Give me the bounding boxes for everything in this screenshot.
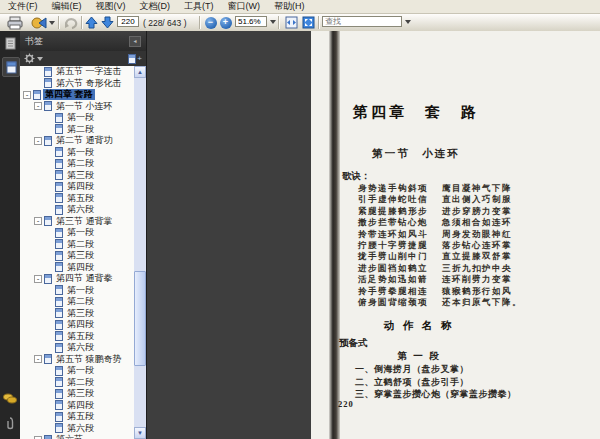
bookmark-item[interactable]: -第二段 (20, 377, 134, 389)
verse-line: 拎带连环如风斗 (358, 229, 442, 240)
bookmark-item[interactable]: -第六段 (20, 423, 134, 435)
nav-tab-pages[interactable] (2, 34, 18, 52)
bookmark-item[interactable]: -第三段 (20, 388, 134, 400)
expand-current-bookmark-button[interactable]: + (128, 54, 142, 64)
bookmark-page-icon (44, 78, 52, 88)
bookmark-item[interactable]: -第六段 (20, 342, 134, 354)
menu-help[interactable]: 帮助(H) (267, 0, 312, 14)
bookmark-item[interactable]: -第一段 (20, 227, 134, 239)
nav-tab-bookmarks[interactable] (2, 57, 20, 77)
options-button[interactable] (24, 53, 43, 64)
bookmark-item[interactable]: -第六段 (20, 204, 134, 216)
bookmark-item[interactable]: -第二段 (20, 239, 134, 251)
menu-tools[interactable]: 工具(T) (177, 0, 221, 14)
bookmark-page-icon (55, 331, 63, 341)
next-page-button[interactable] (100, 15, 115, 30)
menu-edit[interactable]: 编辑(E) (45, 0, 89, 14)
share-button[interactable] (29, 15, 56, 30)
scroll-down-button[interactable]: ▼ (134, 427, 146, 439)
bookmark-item[interactable]: -第三段 (20, 170, 134, 182)
document-canvas[interactable]: 第四章 套 路 第一节 小连环 歌诀： 身势递手钩斜项鹰目凝神气下降引手虚伸蛇吐… (147, 31, 600, 439)
bookmark-label: 第六段 (65, 342, 96, 353)
bookmark-item[interactable]: -第六节 奇形化击 (20, 78, 134, 90)
zoom-level-input[interactable] (235, 16, 267, 27)
vertical-scrollbar[interactable]: ▲ ▼ (134, 66, 146, 439)
action-item: 二、立鹤舒项（盘步引手） (355, 376, 517, 389)
bookmark-page-icon (55, 423, 63, 433)
bookmark-item[interactable]: -第二段 (20, 124, 134, 136)
zoom-menu-arrow-icon[interactable] (270, 20, 276, 24)
bookmark-item[interactable]: -第三段 (20, 250, 134, 262)
bookmark-item[interactable]: -第五段 (20, 193, 134, 205)
bookmark-item[interactable]: -第四段 (20, 181, 134, 193)
bookmark-item[interactable]: -第一段 (20, 365, 134, 377)
bookmark-item[interactable]: -第五节 一字连击 (20, 66, 134, 78)
actions-title: 动 作 名 称 (346, 319, 492, 333)
print-button[interactable] (5, 15, 25, 30)
bookmark-item[interactable]: -第四段 (20, 319, 134, 331)
share-menu-arrow-icon[interactable] (49, 21, 55, 25)
action-list: 一、倒海捞月（盘步叉掌）二、立鹤舒项（盘步引手）三、穿掌盖步攒心炮（穿掌盖步攒拳… (355, 363, 517, 401)
panel-menu-button[interactable]: ◂ (129, 36, 141, 47)
menu-document[interactable]: 文档(D) (133, 0, 178, 14)
bookmark-page-icon (55, 377, 63, 387)
page-number-input[interactable] (117, 16, 139, 27)
prep-label: 预备式 (339, 337, 368, 350)
bookmark-item[interactable]: -第一段 (20, 112, 134, 124)
zoom-in-button[interactable]: + (219, 15, 232, 30)
bookmark-page-icon (55, 113, 63, 123)
menu-window[interactable]: 窗口(W) (221, 0, 268, 14)
segment-label: 第 一 段 (346, 350, 492, 363)
fit-width-button[interactable] (283, 15, 299, 30)
bookmark-item[interactable]: -第三段 (20, 308, 134, 320)
bookmark-item[interactable]: -第四章 套路 (20, 89, 134, 101)
verse-row: 身势递手钩斜项鹰目凝神气下降 (358, 183, 526, 194)
collapse-toggle-icon[interactable]: - (34, 102, 42, 110)
bookmark-item[interactable]: -第五节 猿鹏奇势 (20, 354, 134, 366)
bookmark-item[interactable]: -第一段 (20, 147, 134, 159)
fit-width-icon (285, 16, 298, 29)
collapse-toggle-icon[interactable]: - (34, 137, 42, 145)
bookmark-label: 第二节 通背功 (54, 135, 115, 146)
fullscreen-button[interactable] (300, 15, 316, 30)
verse-line: 拎手劈拳腿相连 (358, 286, 442, 297)
collapse-toggle-icon[interactable]: - (23, 91, 31, 99)
zoom-out-button[interactable]: − (204, 15, 217, 30)
toolbar-separator (318, 16, 319, 29)
menu-file[interactable]: 文件(F) (1, 0, 45, 14)
bookmark-label: 第四章 套路 (43, 89, 95, 100)
verse-line: 紧腿提膝鹤形步 (358, 206, 442, 217)
action-item: 一、倒海捞月（盘步叉掌） (355, 363, 517, 376)
bookmark-item[interactable]: -第二段 (20, 158, 134, 170)
menu-view[interactable]: 视图(V) (89, 0, 133, 14)
bookmark-item[interactable]: -第四段 (20, 262, 134, 274)
bookmarks-panel-toolbar: + (20, 51, 146, 66)
bookmark-item[interactable]: -第五段 (20, 411, 134, 423)
collapse-toggle-icon[interactable]: - (34, 355, 42, 363)
nav-tab-comments[interactable] (2, 389, 18, 407)
verse-line: 周身发劲眼神红 (442, 229, 526, 240)
scroll-up-button[interactable]: ▲ (134, 66, 146, 78)
collapse-toggle-icon[interactable]: - (34, 217, 42, 225)
bookmark-item[interactable]: -第一段 (20, 285, 134, 297)
print-icon (7, 16, 23, 30)
search-options-arrow-icon[interactable] (405, 20, 411, 24)
bookmark-item[interactable]: -第四节 通背拳 (20, 273, 134, 285)
bookmark-item[interactable]: -第一节 小连环 (20, 101, 134, 113)
bookmark-label: 第二段 (65, 124, 96, 135)
bookmark-label: 第六段 (65, 423, 96, 434)
previous-page-button[interactable] (84, 15, 99, 30)
bookmark-item[interactable]: -第六节 … (20, 434, 134, 439)
bookmark-item[interactable]: -第三节 通背掌 (20, 216, 134, 228)
search-input[interactable] (322, 16, 402, 27)
bookmark-label: 第三段 (65, 388, 96, 399)
bookmark-item[interactable]: -第五段 (20, 331, 134, 343)
bookmark-item[interactable]: -第四段 (20, 400, 134, 412)
bookmark-item[interactable]: -第二节 通背功 (20, 135, 134, 147)
bookmark-item[interactable]: -第二段 (20, 296, 134, 308)
collapse-toggle-icon[interactable]: - (34, 275, 42, 283)
scroll-thumb[interactable] (134, 271, 146, 366)
bookmarks-panel-header: 书签 ◂ (20, 31, 146, 51)
bookmark-page-icon (55, 262, 63, 272)
nav-tab-attachments[interactable] (2, 415, 18, 433)
